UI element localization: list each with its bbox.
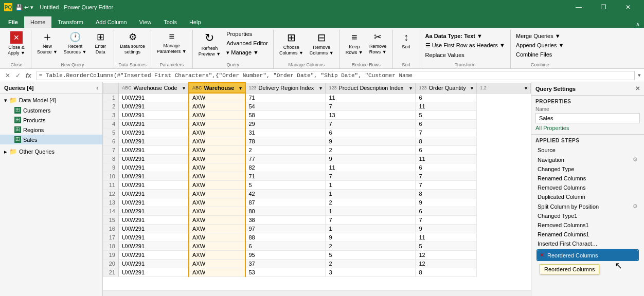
duplicated-column-step[interactable]: Duplicated Column xyxy=(535,192,640,201)
query-label-sales: Sales xyxy=(23,137,38,143)
manage-button[interactable]: ▾ Manage ▼ xyxy=(224,48,270,57)
query-name-input[interactable] xyxy=(535,113,640,123)
col-header-decimal[interactable]: 1.2 ▾ xyxy=(477,83,531,93)
step-gear-icon[interactable]: ⚙ xyxy=(633,156,638,163)
ribbon-collapse-icon[interactable]: ∧ xyxy=(636,21,640,28)
tab-help[interactable]: Help xyxy=(183,16,207,28)
removed-columns1-step[interactable]: Removed Columns1 xyxy=(535,220,640,230)
merge-queries-button[interactable]: Merge Queries ▼ xyxy=(514,32,566,40)
cell-product-desc: 13 xyxy=(326,111,416,120)
col-filter-order-qty[interactable]: ▾ xyxy=(471,85,473,91)
row-number: 21 xyxy=(103,268,119,277)
query-item-customers[interactable]: 田 Customers xyxy=(0,105,102,115)
settings-close-button[interactable]: ✕ xyxy=(635,85,640,92)
refresh-preview-button[interactable]: ↻ RefreshPreview ▼ xyxy=(196,30,223,59)
data-source-settings-button[interactable]: ⚙ Data sourcesettings xyxy=(117,30,148,57)
cell-delivery-region: 71 xyxy=(245,93,326,102)
reordered-columns-step[interactable]: ✕Reordered Columns xyxy=(538,250,638,260)
sort-button[interactable]: ↕ Sort xyxy=(396,30,417,51)
col-filter-warehouse-code[interactable]: ▾ xyxy=(183,85,185,91)
inserted-first-step[interactable]: Inserted First Charact… xyxy=(535,239,640,248)
tab-tools[interactable]: Tools xyxy=(157,16,183,28)
minimize-button[interactable]: — xyxy=(567,0,591,14)
step-gear-icon[interactable]: ⚙ xyxy=(633,203,638,210)
cell-order-qty: 12 xyxy=(416,260,477,268)
maximize-button[interactable]: ❐ xyxy=(592,0,615,14)
tab-file[interactable]: File xyxy=(2,16,24,28)
grid-table: ABC Warehouse Code ▾ ABC Warehouse ▾ xyxy=(103,82,531,277)
append-queries-button[interactable]: Append Queries ▼ xyxy=(514,41,566,49)
table-row: 12UXW291AXW4218 xyxy=(103,190,531,198)
split-column-step[interactable]: Split Column by Position⚙ xyxy=(535,201,640,211)
tab-transform[interactable]: Transform xyxy=(51,16,90,28)
col-header-delivery[interactable]: 123 Delivery Region Index ▾ xyxy=(245,83,326,93)
horizontal-scrollbar[interactable] xyxy=(103,290,531,296)
col-filter-product-desc[interactable]: ▾ xyxy=(409,85,412,91)
keep-rows-button[interactable]: ≡ KeepRows ▼ xyxy=(343,30,366,57)
replace-values-button[interactable]: Replace Values xyxy=(423,51,507,59)
manage-parameters-button[interactable]: ≡ ManageParameters ▼ xyxy=(154,30,189,56)
enter-data-button[interactable]: ⊞ EnterData xyxy=(90,30,111,57)
query-group-data-model-header[interactable]: ▾ 📁 Data Model [4] xyxy=(0,95,102,105)
enter-data-label: EnterData xyxy=(95,44,106,55)
changed-type-step[interactable]: Changed Type xyxy=(535,164,640,174)
properties-button[interactable]: Properties xyxy=(224,30,270,38)
row-number: 4 xyxy=(103,120,119,128)
renamed-columns-step[interactable]: Renamed Columns xyxy=(535,174,640,183)
col-header-product-desc[interactable]: 123 Product Description Index ▾ xyxy=(326,83,416,93)
formula-input[interactable] xyxy=(37,71,635,80)
formula-cancel-button[interactable]: ✕ xyxy=(3,71,12,80)
tab-view[interactable]: View xyxy=(133,16,158,28)
queries-panel-header: Queries [4] ‹ xyxy=(0,82,102,94)
cell-delivery-region: 78 xyxy=(245,137,326,146)
query-group-other-header[interactable]: ▸ 📁 Other Queries xyxy=(0,146,102,157)
remove-rows-button[interactable]: ✂ RemoveRows ▼ xyxy=(367,30,389,57)
tab-home[interactable]: Home xyxy=(24,16,51,28)
cell-delivery-region: 97 xyxy=(245,225,326,233)
tab-add-column[interactable]: Add Column xyxy=(90,16,133,28)
col-filter-warehouse[interactable]: ▾ xyxy=(239,85,242,91)
query-item-products[interactable]: 田 Products xyxy=(0,115,102,125)
combine-files-button[interactable]: Combine Files xyxy=(514,50,566,59)
recent-sources-button[interactable]: 🕐 RecentSources ▼ xyxy=(61,30,89,57)
all-properties-link[interactable]: All Properties xyxy=(535,125,640,131)
query-item-sales[interactable]: 田 Sales xyxy=(0,135,102,144)
data-grid[interactable]: ABC Warehouse Code ▾ ABC Warehouse ▾ xyxy=(103,82,531,290)
close-group-items: ✕ Close &Apply ▼ xyxy=(5,30,28,62)
col-type-icon-oq: 123 xyxy=(419,85,426,90)
formula-dropdown-icon[interactable]: ▾ xyxy=(638,72,641,79)
table-row: 3UXW291AXW58135 xyxy=(103,111,531,120)
remove-columns-button[interactable]: ⊟ RemoveColumns ▼ xyxy=(307,30,336,58)
close-button[interactable]: ✕ xyxy=(616,0,640,14)
renamed-columns1-step[interactable]: Renamed Columns1 xyxy=(535,230,640,239)
col-header-warehouse[interactable]: ABC Warehouse ▾ xyxy=(189,83,245,93)
queries-collapse-button[interactable]: ‹ xyxy=(96,84,98,91)
close-icon-box: ✕ xyxy=(10,31,23,44)
advanced-editor-button[interactable]: Advanced Editor xyxy=(224,39,270,47)
table-row: 2UXW291AXW54711 xyxy=(103,102,531,111)
col-header-warehouse-code[interactable]: ABC Warehouse Code ▾ xyxy=(119,83,189,93)
new-source-button[interactable]: ＋ NewSource ▼ xyxy=(34,30,60,57)
close-apply-button[interactable]: ✕ Close &Apply ▼ xyxy=(5,30,28,58)
changed-type1-step[interactable]: Changed Type1 xyxy=(535,211,640,220)
new-query-label: New Query xyxy=(34,62,111,68)
cell-order-qty: 11 xyxy=(416,155,477,163)
col-filter-decimal[interactable]: ▾ xyxy=(525,85,527,91)
use-first-row-button[interactable]: ☰ Use First Row as Headers ▼ xyxy=(423,41,507,50)
manage-columns-label: Manage Columns xyxy=(277,62,336,68)
source-step[interactable]: Source xyxy=(535,145,640,155)
navigation-step[interactable]: Navigation⚙ xyxy=(535,155,640,164)
formula-fx-button[interactable]: fx xyxy=(24,71,33,80)
formula-confirm-button[interactable]: ✓ xyxy=(13,71,23,80)
col-filter-delivery[interactable]: ▾ xyxy=(319,85,322,91)
data-type-button[interactable]: Aa Data Type: Text ▼ xyxy=(423,32,507,40)
col-header-order-qty[interactable]: 123 Order Quantity ▾ xyxy=(416,83,477,93)
choose-columns-button[interactable]: ⊞ ChooseColumns ▼ xyxy=(277,30,306,58)
cell-warehouse-code: UXW291 xyxy=(119,207,189,216)
cell-product-desc: 2 xyxy=(326,242,416,251)
removed-columns-step[interactable]: Removed Columns xyxy=(535,183,640,192)
step-delete-icon[interactable]: ✕ xyxy=(540,252,544,258)
cell-product-desc: 1 xyxy=(326,190,416,198)
query-item-regions[interactable]: 田 Regions xyxy=(0,125,102,135)
ribbon-group-combine: Merge Queries ▼ Append Queries ▼ Combine… xyxy=(511,30,569,68)
